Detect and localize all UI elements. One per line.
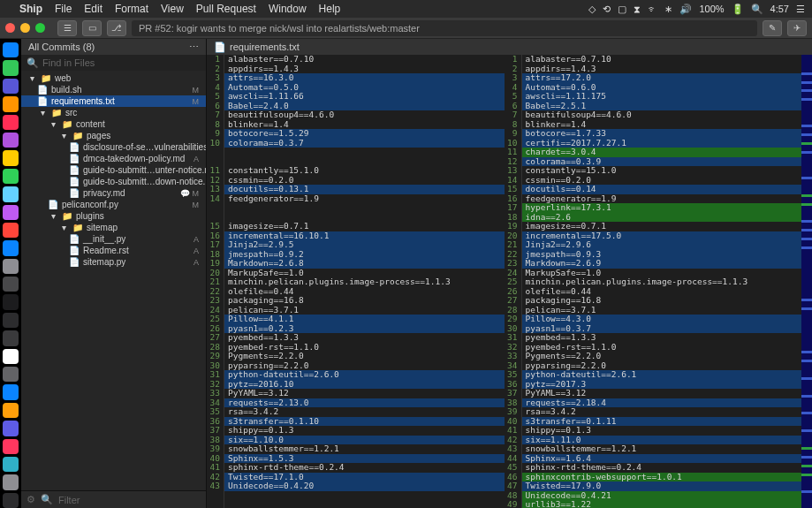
code-line[interactable]: shippy==0.1.3 [522, 426, 802, 436]
code-line[interactable]: urllib3==1.22 [522, 500, 802, 508]
code-line[interactable]: feedgenerator==1.9 [224, 194, 505, 204]
dock-app-icon[interactable] [3, 349, 19, 364]
sync-icon[interactable]: ⟲ [603, 4, 611, 15]
dock-app-icon[interactable] [3, 96, 19, 111]
more-actions-icon[interactable]: ⋯ [189, 42, 199, 53]
tree-file[interactable]: 📄disclosure-of-se…vulnerabilities.mdA [21, 141, 206, 153]
menu-help[interactable]: Help [319, 3, 341, 15]
code-line[interactable]: hyperlink==17.3.1 [522, 203, 802, 213]
dock-app-icon[interactable] [3, 259, 19, 274]
code-line[interactable]: python-dateutil==2.6.1 [522, 370, 802, 380]
dock-app-icon[interactable] [3, 384, 19, 399]
code-line[interactable] [224, 203, 505, 213]
tree-file[interactable]: 📄guide-to-submitt…unter-notice.mdA [21, 164, 206, 176]
bluetooth-icon[interactable]: ∗ [664, 4, 672, 15]
tree-folder[interactable]: ▾📁plugins [21, 210, 206, 222]
menu-edit[interactable]: Edit [84, 3, 102, 15]
search-icon[interactable]: 🔍 [751, 4, 763, 15]
dock-app-icon[interactable] [3, 79, 19, 94]
dock-app-icon[interactable] [3, 277, 19, 292]
code-line[interactable]: alabaster==0.7.10 [224, 55, 505, 64]
time-icon[interactable]: ⧗ [634, 4, 641, 15]
code-line[interactable]: Pygments==2.2.0 [522, 352, 802, 361]
code-line[interactable]: botocore==1.5.29 [224, 129, 505, 139]
find-in-files[interactable]: 🔍 Find in Files [21, 55, 206, 71]
code-line[interactable]: minchin.pelican.plugins.image-process==1… [224, 277, 505, 287]
minimize-window-button[interactable] [20, 23, 30, 33]
tree-file[interactable]: 📄pelicanconf.pyM [21, 199, 206, 210]
code-line[interactable]: imagesize==0.7.1 [224, 222, 505, 231]
code-line[interactable]: sphinx-rtd-theme==0.2.4 [522, 463, 802, 473]
submit-review-button[interactable]: ✈ [787, 20, 807, 36]
code-line[interactable]: awscli==1.11.175 [522, 92, 802, 102]
code-line[interactable]: alabaster==0.7.10 [522, 55, 802, 64]
dock-app-icon[interactable] [3, 421, 19, 436]
tree-file[interactable]: 📄Readme.rstA [21, 245, 206, 256]
dock-app-icon[interactable] [3, 150, 19, 165]
pr-title-field[interactable]: PR #52: kogir wants to merge nick/wsl in… [132, 20, 757, 36]
code-line[interactable]: rsa==3.4.2 [522, 407, 802, 417]
tree-file[interactable]: 📄dmca-takedown-policy.mdA [21, 153, 206, 164]
code-line[interactable]: packaging==16.8 [522, 296, 802, 306]
menu-pull-request[interactable]: Pull Request [196, 3, 256, 15]
code-line[interactable]: Pillow==4.1.1 [224, 315, 505, 324]
code-line[interactable] [224, 148, 505, 157]
dock-app-icon[interactable] [3, 403, 19, 418]
file-tree[interactable]: ▾📁web📄build.shM📄requirements.txtM▾📁src▾📁… [21, 71, 206, 490]
tree-file[interactable]: 📄sitemap.pyA [21, 256, 206, 268]
code-line[interactable]: Pygments==2.2.0 [224, 352, 505, 361]
code-line[interactable]: imagesize==0.7.1 [522, 222, 802, 231]
dock-app-icon[interactable] [3, 60, 19, 75]
code-line[interactable] [224, 500, 505, 508]
overview-ruler[interactable] [801, 55, 812, 508]
code-line[interactable]: Jinja2==2.9.6 [522, 240, 802, 250]
menu-window[interactable]: Window [269, 3, 307, 15]
code-line[interactable]: rsa==3.4.2 [224, 407, 505, 417]
code-line[interactable]: snowballstemmer==1.2.1 [224, 444, 505, 454]
code-line[interactable]: Jinja2==2.9.5 [224, 240, 505, 250]
app-name[interactable]: Ship [19, 3, 42, 15]
dock-app-icon[interactable] [3, 205, 19, 220]
code-line[interactable]: attrs==16.3.0 [224, 73, 505, 83]
menu-format[interactable]: Format [115, 3, 148, 15]
code-line[interactable]: beautifulsoup4==4.6.0 [522, 110, 802, 120]
dock-app-icon[interactable] [3, 186, 19, 201]
code-line[interactable]: botocore==1.7.33 [522, 129, 802, 139]
tree-folder[interactable]: ▾📁web [21, 72, 206, 84]
dock-app-icon[interactable] [3, 115, 19, 130]
notification-center-icon[interactable]: ☰ [796, 4, 805, 15]
code-line[interactable]: PyYAML==3.12 [522, 389, 802, 398]
dock-app-icon[interactable] [3, 240, 19, 255]
gear-icon[interactable]: ⚙ [27, 494, 35, 505]
code-line[interactable]: python-dateutil==2.6.0 [224, 370, 505, 380]
code-line[interactable]: pyembed==1.3.3 [522, 333, 802, 343]
dock-app-icon[interactable] [3, 169, 19, 184]
wifi-icon[interactable]: ᯤ [648, 4, 657, 14]
code-line[interactable]: constantly==15.1.0 [224, 166, 505, 176]
tree-folder[interactable]: ▾📁src [21, 107, 206, 118]
dock-app-icon[interactable] [3, 294, 19, 309]
code-line[interactable]: awscli==1.11.66 [224, 92, 505, 102]
tree-file[interactable]: 📄__init__.pyA [21, 233, 206, 245]
code-line[interactable]: PyYAML==3.12 [224, 389, 505, 398]
dock-app-icon[interactable] [3, 133, 19, 148]
menu-view[interactable]: View [161, 3, 184, 15]
sidebar-toggle-button[interactable]: ☰ [57, 20, 77, 36]
dock-app-icon[interactable] [3, 313, 19, 328]
code-line[interactable]: snowballstemmer==1.2.1 [522, 444, 802, 454]
dock-app-icon[interactable] [3, 493, 19, 508]
add-comment-button[interactable]: ✎ [763, 20, 782, 36]
code-line[interactable]: beautifulsoup4==4.6.0 [224, 110, 505, 120]
dock-app-icon[interactable] [3, 457, 19, 472]
code-line[interactable]: Twisted==17.9.0 [522, 481, 802, 491]
tree-file[interactable]: 📄requirements.txtM [21, 95, 206, 107]
right-code[interactable]: alabaster==0.7.10appdirs==1.4.3attrs==17… [522, 55, 802, 508]
close-window-button[interactable] [5, 23, 15, 33]
tree-file[interactable]: 📄privacy.md💬 M [21, 187, 206, 199]
code-line[interactable]: packaging==16.8 [224, 296, 505, 306]
dropbox-icon[interactable]: ◇ [588, 4, 596, 15]
code-line[interactable]: constantly==15.1.0 [522, 166, 802, 176]
commits-label[interactable]: All Commits (8) [28, 42, 95, 52]
code-line[interactable]: attrs==17.2.0 [522, 73, 802, 83]
dock-app-icon[interactable] [3, 367, 19, 382]
